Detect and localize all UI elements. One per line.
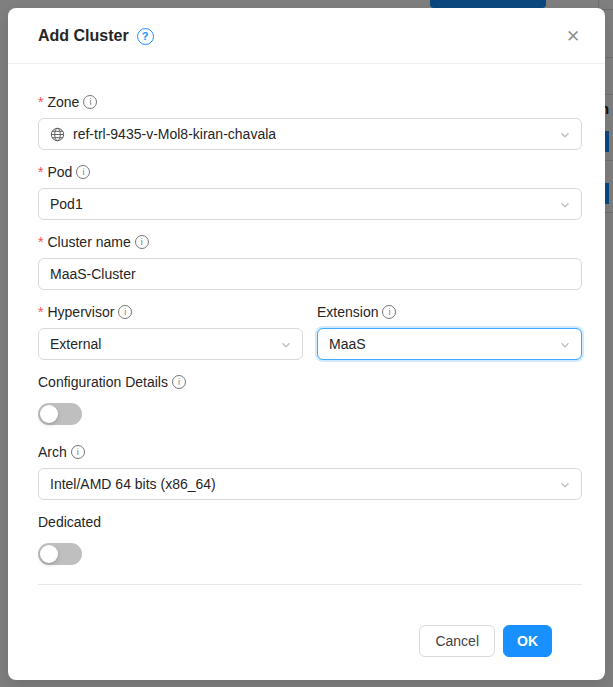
extension-value: MaaS xyxy=(329,336,366,352)
info-icon[interactable]: i xyxy=(135,235,149,249)
close-icon[interactable]: ✕ xyxy=(557,20,589,52)
toggle-knob xyxy=(40,405,58,423)
chevron-down-icon xyxy=(559,339,571,351)
arch-value: Intel/AMD 64 bits (x86_64) xyxy=(50,476,216,492)
field-configuration-details: Configuration Details i xyxy=(38,372,582,430)
info-icon[interactable]: i xyxy=(172,375,186,389)
cluster-name-input[interactable] xyxy=(38,258,582,290)
configuration-details-toggle[interactable] xyxy=(38,403,82,425)
add-cluster-modal: Add Cluster ? ✕ * Zone i xyxy=(8,8,605,680)
hypervisor-select[interactable]: External xyxy=(38,328,303,360)
field-pod: * Pod i Pod1 xyxy=(38,162,582,220)
modal-header: Add Cluster ? ✕ xyxy=(8,8,605,64)
field-extension: Extension i MaaS xyxy=(317,302,582,360)
ok-button[interactable]: OK xyxy=(503,625,552,657)
extension-select[interactable]: MaaS xyxy=(317,328,582,360)
required-mark: * xyxy=(38,162,43,182)
zone-label: * Zone i xyxy=(38,92,582,112)
cancel-button[interactable]: Cancel xyxy=(419,625,495,657)
field-arch: Arch i Intel/AMD 64 bits (x86_64) xyxy=(38,442,582,500)
pod-value: Pod1 xyxy=(50,196,83,212)
toggle-knob xyxy=(40,545,58,563)
hypervisor-label: * Hypervisor i xyxy=(38,302,303,322)
pod-select[interactable]: Pod1 xyxy=(38,188,582,220)
globe-icon xyxy=(50,127,65,142)
extension-label: Extension i xyxy=(317,302,582,322)
chevron-down-icon xyxy=(280,339,292,351)
zone-select[interactable]: ref-trl-9435-v-Mol8-kiran-chavala xyxy=(38,118,582,150)
modal-footer: Cancel OK xyxy=(38,585,582,657)
dedicated-toggle[interactable] xyxy=(38,543,82,565)
modal-title: Add Cluster xyxy=(38,25,129,47)
required-mark: * xyxy=(38,92,43,112)
zone-value: ref-trl-9435-v-Mol8-kiran-chavala xyxy=(73,126,276,142)
info-icon[interactable]: i xyxy=(83,95,97,109)
info-icon[interactable]: i xyxy=(71,445,85,459)
dedicated-label: Dedicated xyxy=(38,512,582,532)
info-icon[interactable]: i xyxy=(118,305,132,319)
info-icon[interactable]: i xyxy=(382,305,396,319)
arch-label: Arch i xyxy=(38,442,582,462)
field-dedicated: Dedicated xyxy=(38,512,582,570)
field-zone: * Zone i ref-trl-9435-v-Mol8- xyxy=(38,92,582,150)
chevron-down-icon xyxy=(559,129,571,141)
chevron-down-icon xyxy=(559,479,571,491)
chevron-down-icon xyxy=(559,199,571,211)
field-cluster-name: * Cluster name i xyxy=(38,232,582,290)
hypervisor-value: External xyxy=(50,336,101,352)
hypervisor-extension-row: * Hypervisor i External Extension i xyxy=(38,302,582,372)
configuration-details-label: Configuration Details i xyxy=(38,372,582,392)
required-mark: * xyxy=(38,232,43,252)
cluster-name-label: * Cluster name i xyxy=(38,232,582,252)
required-mark: * xyxy=(38,302,43,322)
modal-body: * Zone i ref-trl-9435-v-Mol8- xyxy=(8,64,605,680)
pod-label: * Pod i xyxy=(38,162,582,182)
field-hypervisor: * Hypervisor i External xyxy=(38,302,303,360)
info-icon[interactable]: i xyxy=(76,165,90,179)
help-icon[interactable]: ? xyxy=(137,28,154,45)
screen: Add Cluster ⌄ n Add Cluster ? ✕ * Zone i xyxy=(0,0,613,687)
arch-select[interactable]: Intel/AMD 64 bits (x86_64) xyxy=(38,468,582,500)
